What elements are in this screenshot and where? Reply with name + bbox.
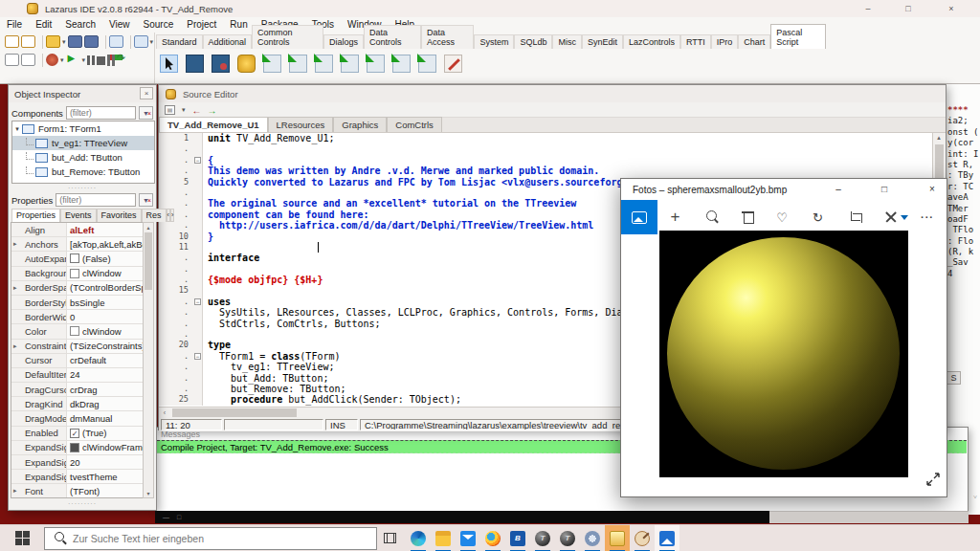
property-row-expandsigncolor[interactable]: ExpandSignColorclWindowFrame xyxy=(11,441,144,455)
build-icon[interactable] xyxy=(46,54,58,66)
maximize-icon[interactable]: □ xyxy=(870,182,899,197)
palette-tab-data-controls[interactable]: Data Controls xyxy=(364,25,421,49)
stop-icon[interactable] xyxy=(97,56,105,65)
property-row-borderwidth[interactable]: BorderWidth0 xyxy=(11,310,144,324)
properties-filter-input[interactable] xyxy=(56,193,136,207)
property-value[interactable]: (TFont) xyxy=(67,484,144,497)
background-scroll-down-icon[interactable]: ˅ xyxy=(973,494,977,501)
property-row-expandsignsize[interactable]: ExpandSignSize20 xyxy=(11,455,144,470)
property-value[interactable]: [akTop,akLeft,akBottom] xyxy=(67,237,144,251)
palette-tab-additional[interactable]: Additional xyxy=(203,34,253,49)
property-value[interactable]: ✓(True) xyxy=(67,427,144,440)
property-row-expandsigntype[interactable]: ExpandSignTypetvestTheme xyxy=(11,470,144,484)
property-value[interactable]: (False) xyxy=(67,252,144,265)
wrench-icon[interactable] xyxy=(444,55,462,73)
ps-dark-1-icon[interactable] xyxy=(186,55,204,73)
property-row-borderspacing[interactable]: ▸BorderSpacing(TControlBorderSpacing) xyxy=(11,281,144,296)
maximize-icon[interactable]: □ xyxy=(895,2,922,15)
palette-tab-system[interactable]: System xyxy=(474,34,514,49)
jump-back-icon[interactable]: ← xyxy=(192,105,202,116)
tree-item-form1-tform1[interactable]: ▾Form1: TForm1 xyxy=(12,121,154,136)
expand-arrow-icon[interactable]: ▸ xyxy=(13,487,17,495)
dropdown-arrow-icon[interactable]: ▾ xyxy=(60,56,64,64)
tab-favorites[interactable]: Favorites xyxy=(97,209,142,222)
minimize-icon[interactable]: – xyxy=(855,2,881,15)
menu-file[interactable]: File xyxy=(0,17,29,33)
filter-funnel-icon[interactable]: ▼ xyxy=(139,193,153,207)
new-unit-icon[interactable] xyxy=(5,35,19,48)
save-icon[interactable] xyxy=(68,35,82,48)
filter-funnel-icon[interactable]: ▼ xyxy=(139,106,153,120)
tcircle-2-taskbar-button[interactable]: T xyxy=(555,525,580,551)
palette-tab-chart[interactable]: Chart xyxy=(738,34,770,49)
step-into-icon[interactable] xyxy=(112,55,115,66)
property-row-dragmode[interactable]: DragModedmManual xyxy=(11,411,144,426)
cursor-icon[interactable] xyxy=(160,55,178,73)
dropdown-arrow-icon[interactable]: ▾ xyxy=(182,106,186,114)
splitter-handle[interactable]: ········· xyxy=(9,501,156,507)
palette-tab-dialogs[interactable]: Dialogs xyxy=(323,34,364,49)
zoom-button[interactable] xyxy=(705,209,716,225)
expand-arrow-icon[interactable]: ▸ xyxy=(13,240,17,248)
step-over-icon[interactable] xyxy=(107,55,110,66)
add-button[interactable]: + xyxy=(670,209,680,225)
scroll-down-icon[interactable]: ▾ xyxy=(144,490,153,496)
property-row-dragkind[interactable]: DragKinddkDrag xyxy=(11,397,144,411)
lazarus-taskbar-button[interactable] xyxy=(605,525,630,551)
close-icon[interactable]: × xyxy=(938,2,965,15)
property-value[interactable]: crDefault xyxy=(67,354,144,367)
fold-minus-icon[interactable]: − xyxy=(194,157,201,164)
photo-image[interactable] xyxy=(659,231,908,477)
save-all-icon[interactable] xyxy=(84,35,99,48)
property-value[interactable]: alLeft xyxy=(67,223,144,236)
rotate-button[interactable]: ↻ xyxy=(813,209,823,225)
editor-tab-lresources[interactable]: LResources xyxy=(268,117,334,132)
property-row-dragcursor[interactable]: DragCursorcrDrag xyxy=(11,383,144,397)
property-value[interactable]: clWindow xyxy=(67,324,144,338)
close-icon[interactable]: × xyxy=(918,182,947,197)
tab-events[interactable]: Events xyxy=(60,209,97,222)
menu-run[interactable]: Run xyxy=(223,17,254,33)
scrollbar-thumb[interactable] xyxy=(145,232,152,290)
tree-item-but-add-tbutton[interactable]: but_Add: TButton xyxy=(12,150,154,165)
property-row-constraints[interactable]: ▸Constraints(TSizeConstraints) xyxy=(11,340,144,354)
tree-expand-icon[interactable]: ▾ xyxy=(12,125,22,133)
gearflower-taskbar-button[interactable] xyxy=(580,525,605,551)
comp-green-2-icon[interactable] xyxy=(289,55,307,73)
delete-button[interactable] xyxy=(741,209,751,225)
property-value[interactable]: 24 xyxy=(67,368,144,382)
gear-icon[interactable] xyxy=(237,55,256,73)
taskbar-search[interactable] xyxy=(44,527,377,550)
tcircle-1-taskbar-button[interactable]: T xyxy=(530,525,555,551)
property-value[interactable]: 0 xyxy=(67,310,144,323)
property-row-anchors[interactable]: ▸Anchors[akTop,akLeft,akBottom] xyxy=(11,237,144,252)
edit-button[interactable] xyxy=(883,209,894,225)
property-row-align[interactable]: AlignalLeft xyxy=(11,223,144,237)
tree-item-but-remove-tbutton[interactable]: but_Remove: TButton xyxy=(12,165,154,179)
components-filter-input[interactable] xyxy=(66,106,136,120)
page-copy-icon[interactable] xyxy=(21,54,35,66)
scrollbar-thumb[interactable] xyxy=(172,408,297,417)
menu-edit[interactable]: Edit xyxy=(29,17,58,33)
unit-list-icon[interactable]: ▤ xyxy=(165,105,175,115)
crop-button[interactable] xyxy=(848,209,858,225)
property-value[interactable]: 20 xyxy=(67,455,144,469)
fold-minus-icon[interactable]: − xyxy=(194,298,201,305)
dropdown-arrow-icon[interactable]: ▾ xyxy=(150,38,154,46)
explorer-taskbar-button[interactable] xyxy=(431,525,456,551)
property-value[interactable]: tvestTheme xyxy=(67,470,144,483)
tree-item-tv-eg1-ttreeview[interactable]: tv_eg1: TTreeView xyxy=(12,136,154,150)
comp-green-6-icon[interactable] xyxy=(392,55,411,73)
step-out-icon[interactable] xyxy=(117,54,131,66)
paint-taskbar-button[interactable] xyxy=(630,525,655,551)
property-row-color[interactable]: ColorclWindow xyxy=(11,324,144,339)
checkbox-icon[interactable] xyxy=(70,253,79,263)
checkbox-icon[interactable]: ✓ xyxy=(70,429,79,438)
run-icon[interactable] xyxy=(66,54,80,66)
close-icon[interactable]: × xyxy=(140,87,153,99)
scroll-up-icon[interactable]: ▴ xyxy=(144,224,153,231)
comp-green-7-icon[interactable] xyxy=(418,55,436,73)
palette-tab-pascal-script[interactable]: Pascal Script xyxy=(770,24,826,49)
collection-button[interactable] xyxy=(621,200,657,234)
expand-arrow-icon[interactable]: ▸ xyxy=(13,284,17,292)
